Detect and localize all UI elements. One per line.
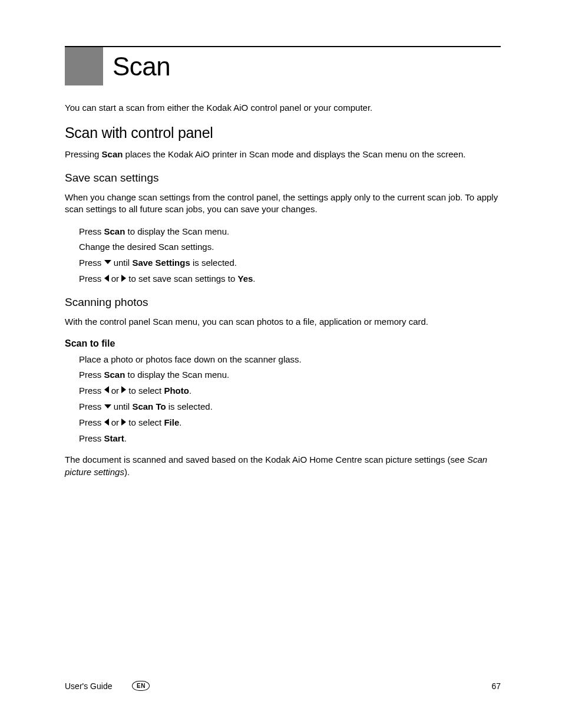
step-text: to select [126, 386, 164, 396]
step-text: . [179, 417, 181, 427]
stf-step-3: Press or to select Photo. [79, 385, 501, 397]
section1-body-pre: Pressing [65, 149, 102, 159]
svg-marker-1 [104, 275, 109, 282]
chapter-title: Scan [113, 52, 170, 81]
step-text: . [189, 386, 191, 396]
svg-marker-4 [121, 386, 126, 393]
step-text: Press [79, 258, 104, 268]
down-arrow-icon [104, 401, 111, 413]
save-scan-step-4: Press or to set save scan settings to Ye… [79, 273, 501, 285]
step-text: Press [79, 417, 104, 427]
closing-pre: The document is scanned and saved based … [65, 454, 467, 465]
section1-body: Pressing Scan places the Kodak AiO print… [65, 149, 501, 160]
scan-to-file-steps: Place a photo or photos face down on the… [79, 354, 501, 444]
page-footer: User's Guide EN 67 [65, 681, 501, 691]
step-bold: Scan [104, 226, 125, 236]
step-text: . [124, 433, 127, 443]
heading-scan-to-file: Scan to file [65, 338, 501, 349]
step-text: to display the Scan menu. [125, 370, 229, 380]
step-text: or [109, 274, 122, 284]
page-content: Scan You can start a scan from either th… [65, 46, 501, 489]
step-bold: Save Settings [132, 258, 190, 268]
step-text: Press [79, 274, 104, 284]
heading-scanning-photos: Scanning photos [65, 296, 501, 309]
right-arrow-icon [121, 273, 126, 285]
step-text: until [111, 401, 133, 411]
svg-marker-7 [121, 419, 126, 426]
step-text: Press [79, 386, 104, 396]
save-scan-step-3: Press until Save Settings is selected. [79, 257, 501, 269]
stf-step-1: Place a photo or photos face down on the… [79, 354, 501, 365]
footer-left: User's Guide EN [65, 681, 150, 691]
step-text: Press [79, 433, 104, 443]
closing-post: ). [124, 467, 130, 477]
save-scan-steps: Press Scan to display the Scan menu. Cha… [79, 226, 501, 285]
intro-text: You can start a scan from either the Kod… [65, 102, 501, 114]
step-text: is selected. [166, 401, 213, 411]
right-arrow-icon [121, 417, 126, 429]
svg-marker-2 [121, 275, 126, 282]
step-bold: File [164, 417, 179, 427]
step-text: Press [79, 401, 104, 411]
save-scan-step-2: Change the desired Scan settings. [79, 241, 501, 253]
step-text: or [109, 386, 122, 396]
heading-save-scan-settings: Save scan settings [65, 172, 501, 185]
svg-marker-5 [104, 404, 111, 409]
heading-scan-control-panel: Scan with control panel [65, 124, 501, 141]
svg-marker-3 [104, 386, 109, 393]
stf-step-4: Press until Scan To is selected. [79, 401, 501, 413]
section1-body-post: places the Kodak AiO printer in Scan mod… [123, 149, 465, 159]
step-text: Press [79, 226, 104, 236]
step-bold: Scan [104, 370, 125, 380]
left-arrow-icon [104, 273, 109, 285]
step-text: to display the Scan menu. [125, 226, 229, 236]
stf-step-2: Press Scan to display the Scan menu. [79, 369, 501, 381]
step-text: Press [79, 370, 104, 380]
svg-marker-6 [104, 419, 109, 426]
chapter-square [65, 47, 103, 85]
step-text: to set save scan settings to [126, 274, 237, 284]
step-bold: Yes [237, 274, 253, 284]
step-text: to select [126, 417, 164, 427]
step-bold: Photo [164, 386, 189, 396]
stf-step-6: Press Start. [79, 433, 501, 444]
save-scan-body: When you change scan settings from the c… [65, 192, 501, 216]
save-scan-step-1: Press Scan to display the Scan menu. [79, 226, 501, 238]
step-bold: Scan To [132, 401, 166, 411]
step-text: is selected. [190, 258, 237, 268]
chapter-header: Scan [65, 47, 501, 85]
step-text: until [111, 258, 133, 268]
step-text: . [253, 274, 255, 284]
svg-marker-0 [104, 260, 111, 264]
closing-text: The document is scanned and saved based … [65, 454, 501, 478]
stf-step-5: Press or to select File. [79, 417, 501, 429]
down-arrow-icon [104, 256, 111, 268]
step-text: or [109, 417, 122, 427]
left-arrow-icon [104, 417, 109, 429]
scanning-photos-body: With the control panel Scan menu, you ca… [65, 316, 501, 328]
footer-guide: User's Guide [65, 681, 112, 691]
page-number: 67 [491, 681, 501, 691]
language-badge: EN [132, 681, 150, 691]
right-arrow-icon [121, 384, 126, 396]
step-bold: Start [104, 433, 124, 443]
section1-body-bold: Scan [102, 149, 123, 159]
left-arrow-icon [104, 384, 109, 396]
